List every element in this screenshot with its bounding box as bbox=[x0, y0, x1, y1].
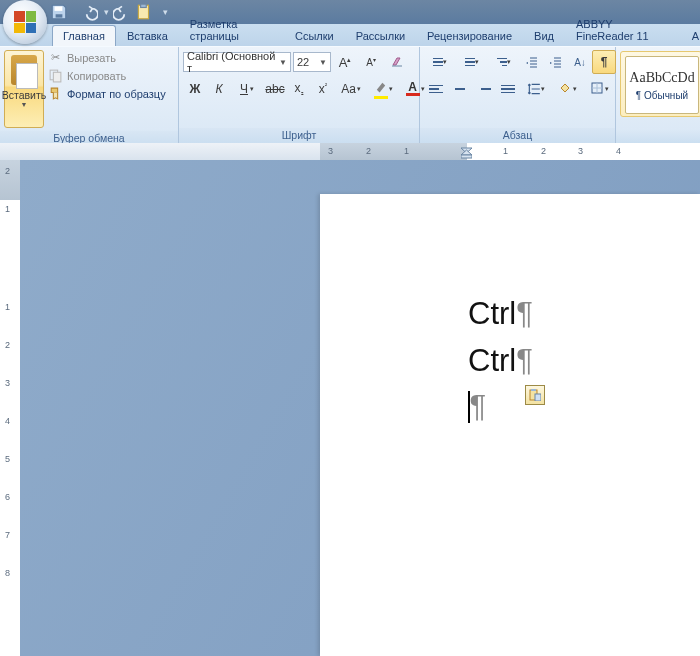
underline-icon: Ч bbox=[240, 82, 248, 96]
font-name-value: Calibri (Основной т bbox=[187, 50, 279, 74]
document-page[interactable]: Ctrl¶ Ctrl¶ ¶ bbox=[320, 194, 700, 656]
clear-formatting-button[interactable] bbox=[385, 50, 409, 74]
sort-button[interactable]: A↓ bbox=[568, 50, 592, 74]
style-name: ¶ Обычный bbox=[636, 90, 688, 101]
tab-insert[interactable]: Вставка bbox=[116, 25, 179, 46]
bullets-icon bbox=[433, 58, 443, 67]
pilcrow-mark: ¶ bbox=[470, 389, 487, 424]
svg-rect-5 bbox=[53, 72, 61, 82]
paste-dropdown-icon[interactable]: ▼ bbox=[21, 101, 28, 108]
format-painter-icon bbox=[48, 86, 63, 101]
multilevel-icon bbox=[497, 58, 507, 67]
increase-indent-button[interactable] bbox=[544, 50, 568, 74]
save-icon[interactable] bbox=[50, 3, 68, 21]
line-spacing-icon bbox=[527, 82, 541, 96]
qat-customize-icon[interactable]: ▾ bbox=[163, 7, 168, 17]
tab-mailings[interactable]: Рассылки bbox=[345, 25, 416, 46]
ruler-tick: 4 bbox=[5, 416, 10, 426]
change-case-button[interactable]: Aa▾ bbox=[335, 77, 367, 101]
tab-layout[interactable]: Разметка страницы bbox=[179, 13, 284, 46]
group-font-label: Шрифт bbox=[179, 128, 419, 144]
shrink-font-button[interactable]: A▾ bbox=[359, 50, 383, 74]
grow-font-button[interactable]: A▴ bbox=[333, 50, 357, 74]
pilcrow-mark: ¶ bbox=[516, 343, 533, 378]
align-right-button[interactable] bbox=[472, 77, 496, 101]
justify-icon bbox=[501, 85, 515, 94]
group-paragraph-label: Абзац bbox=[420, 128, 615, 144]
font-color-icon: A bbox=[406, 82, 420, 96]
strikethrough-button[interactable]: abc bbox=[263, 77, 287, 101]
decrease-indent-button[interactable] bbox=[520, 50, 544, 74]
workspace: 3 2 1 1 2 3 4 2 1 1 2 3 4 5 6 7 8 bbox=[0, 143, 700, 656]
format-painter-label: Формат по образцу bbox=[67, 88, 166, 100]
highlight-button[interactable]: ▾ bbox=[367, 77, 399, 101]
bold-button[interactable]: Ж bbox=[183, 77, 207, 101]
horizontal-ruler[interactable]: 3 2 1 1 2 3 4 bbox=[0, 143, 700, 161]
ruler-tick: 1 bbox=[5, 204, 10, 214]
tab-home[interactable]: Главная bbox=[52, 25, 116, 46]
ruler-tick: 3 bbox=[328, 146, 333, 156]
ruler-tick: 6 bbox=[5, 492, 10, 502]
document-text[interactable]: Ctrl¶ Ctrl¶ ¶ bbox=[468, 291, 533, 431]
tab-abbyy[interactable]: ABBYY FineReader 11 bbox=[565, 13, 681, 46]
ruler-tick: 8 bbox=[5, 568, 10, 578]
undo-dropdown-icon[interactable]: ▾ bbox=[104, 7, 109, 17]
shading-icon bbox=[559, 82, 573, 96]
group-font: Calibri (Основной т▼ 22▼ A▴ A▾ Ж К Ч▾ ab… bbox=[179, 47, 420, 144]
ruler-tick: 3 bbox=[5, 378, 10, 388]
ruler-tick: 2 bbox=[541, 146, 546, 156]
paste-button[interactable]: Вставить ▼ bbox=[4, 50, 44, 128]
tab-view[interactable]: Вид bbox=[523, 25, 565, 46]
numbering-button[interactable]: ▾ bbox=[456, 50, 488, 74]
newdoc-icon[interactable] bbox=[135, 3, 153, 21]
borders-icon bbox=[591, 82, 605, 96]
align-left-button[interactable] bbox=[424, 77, 448, 101]
ruler-tick: 1 bbox=[503, 146, 508, 156]
borders-button[interactable]: ▾ bbox=[584, 77, 616, 101]
pilcrow-mark: ¶ bbox=[516, 296, 533, 331]
subscript-button[interactable]: x₂ bbox=[287, 77, 311, 101]
line-spacing-button[interactable]: ▾ bbox=[520, 77, 552, 101]
ruler-tick: 2 bbox=[5, 340, 10, 350]
tab-references[interactable]: Ссылки bbox=[284, 25, 345, 46]
ruler-tick: 1 bbox=[404, 146, 409, 156]
show-hide-button[interactable]: ¶ bbox=[592, 50, 616, 74]
align-center-button[interactable] bbox=[448, 77, 472, 101]
italic-button[interactable]: К bbox=[207, 77, 231, 101]
cut-label: Вырезать bbox=[67, 52, 116, 64]
ruler-tick: 2 bbox=[5, 166, 10, 176]
office-button[interactable] bbox=[3, 0, 47, 44]
copy-label: Копировать bbox=[67, 70, 126, 82]
superscript-icon: x² bbox=[319, 82, 327, 96]
ribbon-tabs: Главная Вставка Разметка страницы Ссылки… bbox=[0, 24, 700, 46]
ruler-tick: 5 bbox=[5, 454, 10, 464]
indent-marker-icon[interactable] bbox=[461, 144, 472, 159]
multilevel-button[interactable]: ▾ bbox=[488, 50, 520, 74]
bullets-button[interactable]: ▾ bbox=[424, 50, 456, 74]
font-name-combo[interactable]: Calibri (Основной т▼ bbox=[183, 52, 291, 72]
copy-icon bbox=[48, 68, 63, 83]
align-center-icon bbox=[453, 85, 467, 94]
vertical-ruler[interactable]: 2 1 1 2 3 4 5 6 7 8 bbox=[0, 160, 21, 656]
underline-button[interactable]: Ч▾ bbox=[231, 77, 263, 101]
format-painter-button[interactable]: Формат по образцу bbox=[48, 86, 166, 101]
paste-options-button[interactable] bbox=[525, 385, 545, 405]
undo-icon[interactable] bbox=[80, 3, 98, 21]
superscript-button[interactable]: x² bbox=[311, 77, 335, 101]
align-left-icon bbox=[429, 85, 443, 94]
align-right-icon bbox=[477, 85, 491, 94]
redo-icon[interactable] bbox=[113, 3, 131, 21]
cut-button: ✂ Вырезать bbox=[48, 50, 166, 65]
justify-button[interactable] bbox=[496, 77, 520, 101]
ruler-tick: 4 bbox=[616, 146, 621, 156]
tab-review[interactable]: Рецензирование bbox=[416, 25, 523, 46]
style-normal[interactable]: AaBbCcDd ¶ Обычный bbox=[620, 51, 700, 117]
svg-rect-10 bbox=[535, 394, 541, 401]
change-case-icon: Aa bbox=[341, 82, 356, 96]
word-app: ▾ ▾ Главная Вставка Разметка страницы Сс… bbox=[0, 0, 700, 656]
shading-button[interactable]: ▾ bbox=[552, 77, 584, 101]
font-size-combo[interactable]: 22▼ bbox=[293, 52, 331, 72]
italic-icon: К bbox=[215, 82, 222, 96]
svg-rect-7 bbox=[461, 155, 472, 158]
tab-addin[interactable]: A bbox=[681, 25, 700, 46]
